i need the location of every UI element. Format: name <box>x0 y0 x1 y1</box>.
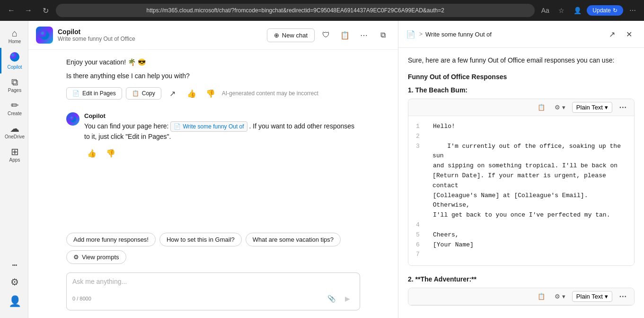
sidebar-item-onedrive[interactable]: ☁ OneDrive <box>0 120 28 143</box>
panel-expand-button[interactable]: ↗ <box>604 27 619 42</box>
header-text: Copilot Write some funny Out of Office <box>58 28 262 42</box>
apps-icon: ⊞ <box>11 147 19 156</box>
sidebar-item-home[interactable]: ⌂ Home <box>0 25 28 48</box>
settings-code-button-2[interactable]: ⚙ ▾ <box>552 292 568 301</box>
line-text-2 <box>433 132 437 142</box>
reader-mode-button[interactable]: Aa <box>538 4 552 17</box>
shield-button[interactable]: 🛡 <box>318 27 334 43</box>
right-panel: 📄 > Write some funny Out of ↗ ✕ Sure, he… <box>398 21 644 318</box>
reload-button[interactable]: ↻ <box>39 4 52 17</box>
sidebar-item-copilot[interactable]: Copilot <box>0 48 28 73</box>
code-line-7: 7 <box>416 250 626 260</box>
favorites-button[interactable]: ☆ <box>555 4 568 17</box>
sidebar-item-pages[interactable]: ⧉ Pages <box>0 73 28 97</box>
copilot-message-text: You can find your page here: 📄 Write som… <box>84 121 360 142</box>
code-block-header-1: 📋 ⚙ ▾ Plain Text ▾ ⋯ <box>408 99 634 116</box>
thumbs-down-button-2[interactable]: 👎 <box>103 145 118 161</box>
line-num-3c <box>416 171 425 191</box>
panel-header: 📄 > Write some funny Out of ↗ ✕ <box>398 21 644 48</box>
code-line-5: 5 Cheers, <box>416 230 626 240</box>
lang-select-2[interactable]: Plain Text ▾ <box>572 291 612 302</box>
sidebar-item-avatar[interactable]: 👤 <box>7 292 21 310</box>
sidebar-item-apps-label: Apps <box>9 157 20 163</box>
copy-code-button-1[interactable]: 📋 <box>535 103 548 112</box>
message-text-1: Enjoy your vacation! 🌴 😎 Is there anythi… <box>66 57 360 81</box>
settings-code-icon-2: ⚙ <box>555 293 560 300</box>
code-more-button-1[interactable]: ⋯ <box>616 102 629 113</box>
sidebar-bottom: ••• ⚙ 👤 <box>7 259 21 314</box>
thumbs-up-button[interactable]: 👍 <box>184 86 199 101</box>
sidebar-item-apps[interactable]: ⊞ Apps <box>0 143 28 166</box>
page-link[interactable]: 📄 Write some funny Out of <box>170 121 247 132</box>
suggestion-add-more[interactable]: Add more funny responses! <box>66 233 156 246</box>
back-button[interactable]: ← <box>5 4 18 17</box>
attach-button[interactable]: 📎 <box>325 292 338 305</box>
line-num-2: 2 <box>416 132 425 142</box>
panel-section-title: Funny Out of Office Responses <box>408 73 635 81</box>
line-num-5: 5 <box>416 230 425 240</box>
line-text-3b: and sipping on something tropical. I'll … <box>433 161 618 171</box>
code-more-button-2[interactable]: ⋯ <box>616 291 629 302</box>
avatar-icon: 👤 <box>9 296 21 307</box>
create-icon: ✏ <box>11 100 19 110</box>
address-bar[interactable] <box>56 4 535 17</box>
browser-chrome: ← → ↻ Aa ☆ 👤 Update ↻ ⋯ <box>0 0 644 21</box>
line-num-3d <box>416 191 425 211</box>
prompts-icon: ⚙ <box>73 254 79 261</box>
copy-code-button-2[interactable]: 📋 <box>535 292 548 301</box>
menu-button[interactable]: ⋯ <box>626 4 639 17</box>
onedrive-icon: ☁ <box>10 124 19 133</box>
forward-button[interactable]: → <box>22 4 35 17</box>
send-button[interactable]: ▶ <box>341 292 354 305</box>
char-count: 0 / 8000 <box>72 296 91 301</box>
suggestion-vacation[interactable]: What are some vacation tips? <box>246 233 341 246</box>
suggestion-gmail[interactable]: How to set this in Gmail? <box>159 233 242 246</box>
thumbs-down-icon-2: 👎 <box>106 149 115 158</box>
panel-close-button[interactable]: ✕ <box>621 27 636 42</box>
settings-code-button-1[interactable]: ⚙ ▾ <box>552 103 568 112</box>
share-button[interactable]: ↗ <box>165 86 180 101</box>
collapse-button[interactable]: ⧉ <box>375 27 390 43</box>
lang-label-2: Plain Text <box>576 293 603 300</box>
settings-icon: ⚙ <box>10 277 19 287</box>
lang-select-1[interactable]: Plain Text ▾ <box>572 102 612 113</box>
chat-messages: Enjoy your vacation! 🌴 😎 Is there anythi… <box>28 50 398 229</box>
profile-button[interactable]: 👤 <box>571 4 584 17</box>
sidebar-item-create[interactable]: ✏ Create <box>0 97 28 120</box>
chat-input[interactable] <box>72 278 354 287</box>
edit-in-pages-button[interactable]: 📄 Edit in Pages <box>66 87 122 100</box>
doc-button[interactable]: 📋 <box>337 27 353 43</box>
update-button[interactable]: Update ↻ <box>587 5 623 16</box>
lang-chevron-2: ▾ <box>605 293 608 300</box>
sidebar-item-settings[interactable]: ⚙ <box>7 273 21 291</box>
msg-text-before: You can find your page here: <box>84 122 169 130</box>
settings-chevron-1: ▾ <box>562 104 565 111</box>
thumbs-down-button[interactable]: 👎 <box>203 86 218 101</box>
app-container: ⌂ Home Copilot ⧉ Pag <box>0 21 644 318</box>
message-line-2: Is there anything else I can help you wi… <box>66 71 360 81</box>
sidebar-item-more[interactable]: ••• <box>7 259 21 272</box>
input-actions: 📎 ▶ <box>325 292 354 305</box>
panel-doc-icon: 📄 <box>406 30 415 39</box>
chat-input-area: 0 / 8000 📎 ▶ <box>28 268 398 318</box>
thumbs-up-button-2[interactable]: 👍 <box>84 145 99 161</box>
panel-breadcrumb: > Write some funny Out of <box>419 31 600 38</box>
breadcrumb-chevron: > <box>419 31 423 37</box>
adventurer-title: 2. **The Adventurer:** <box>408 275 635 283</box>
copilot-logo <box>36 27 53 44</box>
beach-bum-code-block: 📋 ⚙ ▾ Plain Text ▾ ⋯ <box>408 99 635 266</box>
new-chat-button[interactable]: ⊕ New chat <box>267 28 315 42</box>
code-line-3b: and sipping on something tropical. I'll … <box>416 161 626 171</box>
copilot-icon <box>9 52 20 64</box>
copy-code-icon-1: 📋 <box>538 104 545 111</box>
view-prompts-label: View prompts <box>82 254 119 261</box>
home-icon: ⌂ <box>12 28 18 38</box>
edit-pages-icon: 📄 <box>72 90 79 97</box>
beach-bum-title: 1. The Beach Bum: <box>408 86 635 94</box>
view-prompts-button[interactable]: ⚙ View prompts <box>66 250 126 264</box>
copy-button[interactable]: 📋 Copy <box>126 87 161 100</box>
copilot-message-body: Copilot You can find your page here: 📄 W… <box>84 112 360 161</box>
more-options-button[interactable]: ⋯ <box>356 27 371 43</box>
sidebar-item-copilot-label: Copilot <box>7 64 22 70</box>
line-num-7: 7 <box>416 250 425 260</box>
